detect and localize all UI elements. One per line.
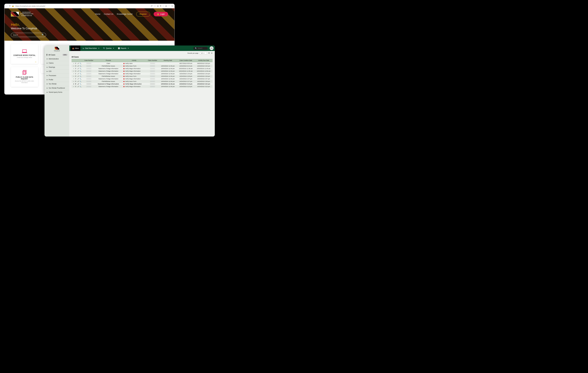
table-row[interactable]: ☆✆⎇🔍XXXXXStatement of Wage InformationVe… <box>72 72 212 75</box>
magnifier-icon[interactable]: 🔍 <box>80 63 81 64</box>
branch-icon[interactable]: ⎇ <box>77 76 79 77</box>
star-icon[interactable]: ☆ <box>73 86 74 87</box>
add-tab-icon[interactable]: ⊕ <box>171 5 173 7</box>
column-header[interactable]: Case Creation Date <box>177 59 195 62</box>
register-button[interactable]: Register <box>136 12 150 17</box>
magnifier-icon[interactable]: 🔍 <box>80 70 81 72</box>
sidebar-item-icr[interactable]: ▶ICR <box>44 69 69 73</box>
panel-icon[interactable]: ▥ <box>157 5 159 7</box>
sidebar-logo[interactable]: Maryland <box>44 45 69 53</box>
read-aloud-icon[interactable]: Aᴬ <box>151 5 153 7</box>
column-header[interactable]: Hearing Date <box>159 59 177 62</box>
phone-icon[interactable]: ✆ <box>75 68 76 69</box>
tab-start-new-action[interactable]: 🗂 Start New Action ▼ <box>81 45 101 51</box>
branch-icon[interactable]: ⎇ <box>77 83 79 85</box>
nav-contact[interactable]: Contact Us <box>104 13 113 15</box>
magnifier-icon[interactable]: 🔍 <box>80 68 81 69</box>
table-row[interactable]: ☆✆⎇🔍XXXXXStatement of Wage InformationVe… <box>72 85 212 88</box>
phone-icon[interactable]: ✆ <box>75 65 76 67</box>
phone-icon[interactable]: ✆ <box>75 70 76 72</box>
sidebar-all-cases[interactable]: 🗄 All Cases 2291 <box>44 53 69 57</box>
hero-search-input[interactable] <box>13 34 42 36</box>
sidebar-item-processes[interactable]: ▶Processes <box>44 73 69 77</box>
branch-icon[interactable]: ⎇ <box>77 68 79 69</box>
collections-icon[interactable]: ✚ <box>160 5 161 7</box>
phone-icon[interactable]: ✆ <box>75 83 76 85</box>
reload-icon[interactable]: ⟳ <box>9 5 10 7</box>
sidebar-item-hearings[interactable]: ▶Hearings <box>44 65 69 69</box>
magnifier-icon[interactable]: 🔍 <box>80 81 81 82</box>
table-row[interactable]: ☆✆⎇🔍XXXXXFile/Withdraw IssuesVerify Issu… <box>72 75 212 77</box>
star-icon[interactable]: ☆ <box>73 83 74 85</box>
column-header[interactable]: Activity <box>122 59 146 62</box>
magnifier-icon[interactable]: 🔍 <box>80 86 81 87</box>
phone-icon[interactable]: ✆ <box>75 81 76 82</box>
card-work-portal[interactable]: COMPHUB WORK PORTAL Create and manage cl… <box>11 44 38 64</box>
sidebar-item-claims[interactable]: ▶Claims <box>44 61 69 65</box>
column-header[interactable]: Case Number <box>83 59 95 62</box>
filter-icon[interactable]: ∇ <box>209 52 210 54</box>
login-button[interactable]: 🔒 Login <box>154 12 168 16</box>
star-icon[interactable]: ☆ <box>73 76 74 77</box>
star-icon[interactable]: ☆ <box>73 65 74 67</box>
column-header[interactable]: Activity Due Date <box>195 59 212 62</box>
user-avatar[interactable]: DJ <box>210 46 213 50</box>
star-icon[interactable]: ☆ <box>73 68 74 69</box>
table-row[interactable]: ☆✆⎇🔍XXXXXStatement of Wage InformationVe… <box>72 70 212 72</box>
sidebar-item-profile[interactable]: ▶Profile <box>44 77 69 82</box>
branch-icon[interactable]: ⎇ <box>77 70 79 72</box>
star-icon[interactable]: ☆ <box>73 78 74 80</box>
phone-icon[interactable]: ✆ <box>75 76 76 77</box>
table-row[interactable]: ☆✆⎇🔍XXXXXClaimVerify claimXXXXX09/17/201… <box>72 62 212 65</box>
magnifier-icon[interactable]: 🔍 <box>80 73 81 75</box>
phone-icon[interactable]: ✆ <box>75 86 76 87</box>
search-icon[interactable]: 🔍 <box>42 34 44 36</box>
sidebar-item-voc-rehab[interactable]: ▶Voc Rehab <box>44 82 69 86</box>
tab-reports[interactable]: 📊 Reports ▼ <box>116 45 130 51</box>
topbar-search[interactable]: 🔍 <box>193 47 208 50</box>
column-header[interactable]: Process <box>95 59 122 62</box>
phone-icon[interactable]: ✆ <box>75 73 76 75</box>
extensions-icon[interactable]: ⬚ <box>163 5 164 7</box>
branch-icon[interactable]: ⎇ <box>77 78 79 80</box>
sidebar-item-administrative[interactable]: ▶Administrative <box>44 57 69 61</box>
table-row[interactable]: ☆✆⎇🔍XXXXXStatement of Wage InformationVe… <box>72 83 212 85</box>
table-row[interactable]: ☆✆⎇🔍XXXXXFile/Withdraw IssuesVerify Issu… <box>72 65 212 67</box>
url-text[interactable]: https://comphub.wcc.state.md.us/web/ <box>15 5 150 7</box>
sidebar-item-stored-query-forms[interactable]: ▶Stored query forms <box>44 90 69 94</box>
nav-knowledge-center[interactable]: Knowledge Center <box>117 13 133 15</box>
favorite-icon[interactable]: ☆ <box>154 5 156 7</box>
back-icon[interactable]: ← <box>6 5 8 7</box>
table-row[interactable]: ☆✆⎇🔍XXXXXStatement of Wage InformationVe… <box>72 67 212 70</box>
star-icon[interactable]: ☆ <box>73 73 74 75</box>
branch-icon[interactable]: ⎇ <box>77 65 79 67</box>
column-header[interactable] <box>72 59 83 62</box>
more-icon[interactable]: ⋯ <box>168 5 170 7</box>
assistant-icon[interactable]: ◐ <box>166 5 167 7</box>
visibility-icon[interactable]: 👁 <box>211 52 212 54</box>
magnifier-icon[interactable]: 🔍 <box>80 76 81 77</box>
table-row[interactable]: ☆✆⎇🔍XXXXXFile/Withdraw IssuesVerify Issu… <box>72 80 212 83</box>
rpp-select[interactable]: 10 ▾ <box>200 52 207 55</box>
nav-home[interactable]: Home <box>95 13 100 15</box>
topbar-search-input[interactable] <box>198 47 207 49</box>
magnifier-icon[interactable]: 🔍 <box>80 83 81 85</box>
phone-icon[interactable]: ✆ <box>75 63 76 64</box>
branch-icon[interactable]: ⎇ <box>77 73 79 75</box>
star-icon[interactable]: ☆ <box>73 63 74 64</box>
magnifier-icon[interactable]: 🔍 <box>80 78 81 80</box>
card-public-claim[interactable]: PUBLIC CLAIM DATA INQUIRY Access the MD … <box>11 67 38 87</box>
sidebar-item-voc-rehab-practitioner[interactable]: ▶Voc Rehab Practitioner <box>44 86 69 90</box>
tab-queries[interactable]: 🔍 Queries ▼ <box>102 45 116 51</box>
branch-icon[interactable]: ⎇ <box>77 81 79 82</box>
phone-icon[interactable]: ✆ <box>75 78 76 80</box>
star-icon[interactable]: ☆ <box>73 70 74 72</box>
brand-logo[interactable]: WORKERS' COMPENSATION COMMISSION <box>11 11 33 17</box>
branch-icon[interactable]: ⎇ <box>77 86 79 87</box>
column-header[interactable]: Claim Number <box>146 59 159 62</box>
branch-icon[interactable]: ⎇ <box>77 63 79 64</box>
magnifier-icon[interactable]: 🔍 <box>80 65 81 67</box>
tab-inbox[interactable]: 📥 Inbox <box>71 45 80 51</box>
table-row[interactable]: ☆✆⎇🔍XXXXXStatement of Wage InformationVe… <box>72 77 212 80</box>
hero-search[interactable]: 🔍 <box>11 33 46 37</box>
